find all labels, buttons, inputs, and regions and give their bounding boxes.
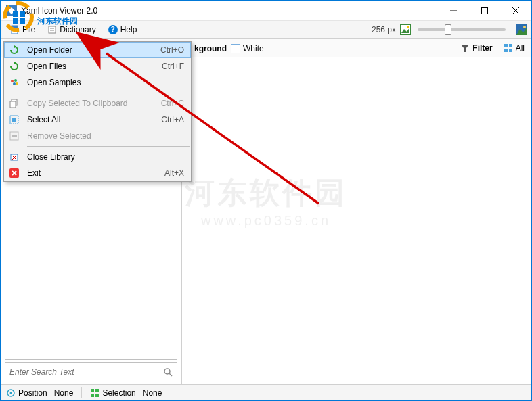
size-label: 256 px (372, 25, 396, 34)
menu-separator (27, 93, 190, 93)
svg-line-23 (169, 373, 172, 376)
remove-icon (8, 131, 20, 141)
app-icon (6, 5, 17, 16)
search-row (5, 362, 177, 381)
image-size-icon (400, 24, 411, 35)
statusbar: Position None Selection None (1, 384, 531, 400)
titlebar: Xaml Icon Viewer 2.0 (1, 1, 531, 21)
menu-item-shortcut: Ctrl+A (161, 115, 184, 124)
filter-icon (460, 43, 470, 53)
svg-rect-21 (231, 45, 240, 53)
search-icon (163, 367, 173, 377)
svg-point-15 (523, 26, 526, 28)
svg-rect-20 (509, 49, 512, 52)
menu-item-label: Open Folder (27, 45, 160, 55)
menu-file[interactable]: File (5, 23, 41, 37)
status-separator (81, 387, 82, 398)
close-library-icon (8, 152, 20, 162)
close-button[interactable] (500, 1, 531, 20)
search-input[interactable] (5, 364, 159, 379)
menu-item-label: Copy Selected To Clipboard (27, 99, 161, 108)
filter-button[interactable]: Filter (458, 42, 495, 54)
grid-icon (504, 43, 513, 53)
menu-dictionary[interactable]: Dictionary (42, 23, 101, 37)
svg-rect-37 (10, 101, 16, 108)
svg-rect-29 (95, 394, 99, 397)
svg-rect-2 (482, 7, 488, 14)
svg-point-22 (164, 369, 170, 374)
menu-item-shortcut: Ctrl+O (160, 45, 184, 55)
dictionary-icon (47, 25, 57, 34)
window-controls (438, 1, 531, 20)
all-button[interactable]: All (501, 42, 527, 54)
image-large-icon (516, 24, 527, 35)
refresh-green-icon (8, 62, 20, 71)
file-icon (10, 25, 20, 34)
menu-item-exit[interactable]: ExitAlt+X (4, 165, 191, 181)
menu-item-open-files[interactable]: Open FilesCtrl+F (4, 58, 191, 74)
svg-rect-17 (504, 44, 508, 47)
slider-thumb[interactable] (445, 24, 451, 35)
svg-point-33 (14, 79, 17, 82)
svg-marker-16 (461, 45, 469, 52)
svg-rect-27 (95, 389, 99, 392)
menu-item-open-samples[interactable]: Open Samples (4, 74, 191, 91)
select-all-icon (8, 115, 20, 124)
target-icon (6, 388, 16, 398)
menu-item-label: Exit (27, 168, 164, 178)
menu-item-label: Open Samples (27, 78, 184, 87)
menu-item-shortcut: Ctrl+C (161, 99, 184, 108)
search-button[interactable] (159, 367, 177, 377)
window-title: Xaml Icon Viewer 2.0 (21, 6, 438, 16)
status-position: Position None (6, 388, 73, 398)
status-selection: Selection None (90, 388, 162, 398)
minimize-button[interactable] (438, 1, 469, 20)
maximize-button[interactable] (469, 1, 500, 20)
menu-item-shortcut: Alt+X (164, 168, 184, 178)
menu-item-label: Close Library (27, 152, 184, 162)
menu-item-copy-selected-to-clipboard: Copy Selected To ClipboardCtrl+C (4, 95, 191, 112)
svg-rect-7 (49, 26, 56, 33)
white-swatch-icon[interactable]: White (231, 44, 264, 53)
svg-rect-26 (91, 389, 94, 392)
menubar: File Dictionary ? Help 256 px (1, 21, 531, 39)
palette-icon (8, 78, 20, 87)
svg-point-34 (13, 82, 16, 85)
exit-red-icon (8, 168, 20, 178)
menu-item-label: Open Files (27, 62, 162, 71)
svg-rect-28 (91, 394, 94, 397)
svg-point-12 (407, 26, 409, 28)
toolbar-background-partial: kground White (194, 41, 264, 56)
menu-separator (27, 146, 190, 147)
menu-item-close-library[interactable]: Close Library (4, 149, 191, 165)
svg-point-32 (11, 80, 14, 82)
menu-item-select-all[interactable]: Select AllCtrl+A (4, 112, 191, 128)
copy-icon (8, 99, 20, 108)
file-context-menu: Open FolderCtrl+OOpen FilesCtrl+FOpen Sa… (3, 41, 192, 182)
zoom-slider[interactable] (418, 28, 506, 31)
app-window: Xaml Icon Viewer 2.0 File Dictionary ? H… (0, 0, 532, 401)
svg-rect-39 (12, 118, 16, 122)
svg-point-35 (16, 82, 18, 85)
svg-rect-6 (12, 26, 18, 28)
menu-item-label: Remove Selected (27, 131, 184, 141)
help-icon: ? (108, 25, 118, 34)
refresh-green-icon (8, 45, 20, 55)
svg-rect-18 (509, 44, 512, 47)
menu-item-remove-selected: Remove Selected (4, 128, 191, 144)
menu-help[interactable]: ? Help (103, 23, 143, 37)
selection-icon (90, 388, 99, 398)
menu-item-open-folder[interactable]: Open FolderCtrl+O (4, 42, 191, 58)
menu-item-shortcut: Ctrl+F (162, 62, 184, 71)
svg-point-25 (10, 392, 12, 394)
menu-item-label: Select All (27, 115, 161, 124)
icon-canvas[interactable] (182, 57, 531, 384)
svg-rect-19 (504, 49, 508, 52)
